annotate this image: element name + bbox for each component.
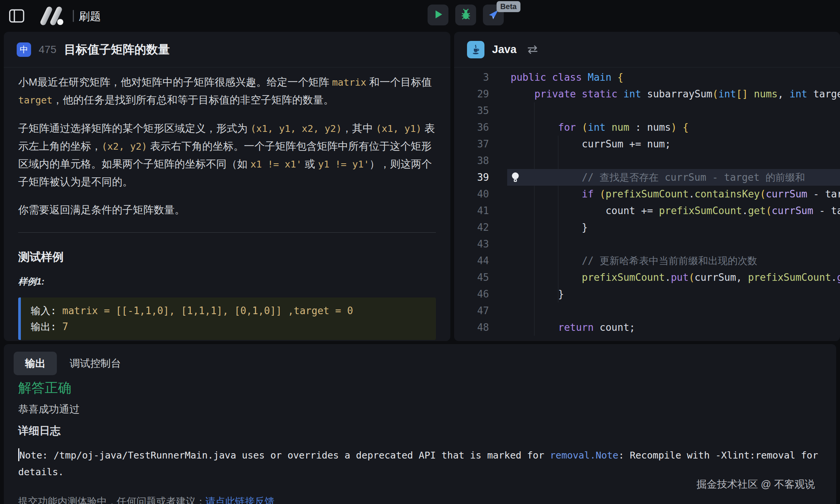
result-status: 解答正确: [18, 379, 71, 397]
topbar-actions: Beta: [428, 5, 504, 25]
problem-paragraph: 你需要返回满足条件的子矩阵数量。: [18, 201, 436, 219]
code-line[interactable]: 47: [454, 302, 840, 319]
line-number: 36: [454, 119, 489, 136]
line-number: 44: [454, 252, 489, 269]
code-line[interactable]: 42 }: [454, 219, 840, 236]
example-input-line: 输入: matrix = [[-1,1,0], [1,1,1], [0,1,0]…: [31, 303, 426, 319]
log-area[interactable]: Note: /tmp/oj-java/TestRunnerMain.java u…: [18, 447, 822, 481]
line-number: 3: [454, 69, 489, 86]
code-line[interactable]: 36 for (int num : nums) {: [454, 119, 840, 136]
tab-debug-console[interactable]: 调试控制台: [63, 352, 128, 375]
code-line[interactable]: 41 count += prefixSumCount.get(currSum -…: [454, 202, 840, 219]
feedback-text: 提交功能内测体验中，任何问题或者建议：: [18, 496, 205, 504]
code-line[interactable]: 3public class Main {: [454, 69, 840, 86]
code-text: }: [511, 219, 588, 236]
log-text: Note: /tmp/oj-java/TestRunnerMain.java u…: [18, 450, 818, 477]
section-divider: [18, 232, 436, 233]
code-line[interactable]: 35: [454, 102, 840, 119]
output-label: 输出:: [31, 321, 62, 332]
logo-divider: [73, 10, 74, 22]
code-text: for (int num : nums) {: [511, 119, 689, 136]
problem-paragraph: 小M最近在研究矩阵，他对矩阵中的子矩阵很感兴趣。给定一个矩阵 matrix 和一…: [18, 74, 436, 109]
code-text: count += prefixSumCount.get(currSum - ta…: [511, 202, 840, 219]
console-tabs: 输出 调试控制台: [14, 352, 128, 375]
play-icon: [433, 9, 444, 21]
line-number: 29: [454, 86, 489, 102]
log-section-title: 详细日志: [18, 424, 61, 438]
input-value: matrix = [[-1,1,0], [1,1,1], [0,1,0]] ,t…: [62, 305, 353, 316]
examples-section-title: 测试样例: [18, 249, 436, 265]
bug-icon: [460, 8, 472, 22]
language-label: Java: [492, 43, 517, 56]
app-title: 刷题: [79, 9, 101, 24]
community-watermark: 掘金技术社区 @ 不客观说: [697, 477, 815, 491]
debug-button[interactable]: [455, 5, 476, 25]
code-line[interactable]: 45 prefixSumCount.put(currSum, prefixSum…: [454, 269, 840, 286]
code-line[interactable]: 43: [454, 236, 840, 252]
feedback-link[interactable]: 请点此链接反馈: [205, 496, 274, 504]
editor-header: Java: [454, 32, 840, 67]
line-number: 43: [454, 236, 489, 252]
tab-output[interactable]: 输出: [14, 352, 57, 375]
problem-header: 中 475 目标值子矩阵的数量: [4, 32, 450, 67]
java-language-icon: [467, 41, 484, 58]
app-logo-icon[interactable]: [38, 6, 67, 27]
beta-badge: Beta: [497, 1, 520, 12]
problem-panel: 中 475 目标值子矩阵的数量 小M最近在研究矩阵，他对矩阵中的子矩阵很感兴趣。…: [4, 32, 450, 341]
editor-panel: Java 3public class Main {29 private stat…: [454, 32, 840, 341]
editor-lines: 3public class Main {29 private static in…: [454, 69, 840, 336]
line-number: 40: [454, 186, 489, 202]
code-line[interactable]: 38: [454, 152, 840, 169]
code-line[interactable]: 39 // 查找是否存在 currSum - target 的前缀和: [454, 169, 840, 186]
line-number: 47: [454, 302, 489, 319]
line-number: 37: [454, 136, 489, 152]
result-message: 恭喜成功通过: [18, 402, 80, 416]
console-panel: 输出 调试控制台 解答正确 恭喜成功通过 详细日志 Note: /tmp/oj-…: [4, 344, 836, 504]
code-editor[interactable]: 3public class Main {29 private static in…: [454, 67, 840, 339]
example-output-line: 输出: 7: [31, 319, 426, 335]
code-line[interactable]: 29 private static int subarraySum(int[] …: [454, 86, 840, 102]
example-label: 样例1:: [18, 275, 436, 288]
code-text: if (prefixSumCount.containsKey(currSum -…: [511, 186, 840, 202]
code-text: public class Main {: [511, 69, 623, 86]
output-value: 7: [62, 321, 68, 332]
code-line[interactable]: 46 }: [454, 286, 840, 302]
code-line[interactable]: 48 return count;: [454, 319, 840, 336]
line-number: 48: [454, 319, 489, 336]
topbar: 刷题 Beta: [0, 0, 840, 32]
problem-id: 475: [39, 44, 56, 56]
line-number: 38: [454, 152, 489, 169]
code-text: prefixSumCount.put(currSum, prefixSumCou…: [511, 269, 840, 286]
problem-paragraph: 子矩阵通过选择矩阵的某个矩形区域定义，形式为 (x1, y1, x2, y2)，…: [18, 120, 436, 191]
line-number: 46: [454, 286, 489, 302]
lightbulb-icon[interactable]: [511, 172, 520, 188]
sidebar-toggle-icon[interactable]: [8, 8, 25, 24]
switch-language-icon[interactable]: [527, 45, 539, 55]
input-label: 输入:: [31, 305, 62, 316]
code-text: return count;: [511, 319, 635, 336]
problem-title: 目标值子矩阵的数量: [64, 42, 170, 58]
line-number: 41: [454, 202, 489, 219]
code-text: private static int subarraySum(int[] num…: [511, 86, 840, 102]
log-link[interactable]: removal.Note: [550, 450, 619, 461]
code-text: // 查找是否存在 currSum - target 的前缀和: [511, 169, 805, 186]
problem-description[interactable]: 小M最近在研究矩阵，他对矩阵中的子矩阵很感兴趣。给定一个矩阵 matrix 和一…: [4, 67, 450, 341]
feedback-note: 提交功能内测体验中，任何问题或者建议：请点此链接反馈: [18, 495, 274, 504]
line-number: 39: [454, 169, 489, 186]
example-code-block: 输入: matrix = [[-1,1,0], [1,1,1], [0,1,0]…: [18, 297, 436, 340]
problem-paragraphs: 小M最近在研究矩阵，他对矩阵中的子矩阵很感兴趣。给定一个矩阵 matrix 和一…: [18, 74, 436, 219]
line-number: 35: [454, 102, 489, 119]
code-line[interactable]: 44 // 更新哈希表中当前前缀和出现的次数: [454, 252, 840, 269]
difficulty-badge: 中: [17, 42, 31, 57]
code-line[interactable]: 37 currSum += num;: [454, 136, 840, 152]
code-text: currSum += num;: [511, 136, 671, 152]
line-number: 45: [454, 269, 489, 286]
run-button[interactable]: [428, 5, 448, 25]
code-text: }: [511, 286, 564, 302]
code-text: // 更新哈希表中当前前缀和出现的次数: [511, 252, 757, 269]
line-number: 42: [454, 219, 489, 236]
submit-button[interactable]: Beta: [483, 5, 504, 25]
